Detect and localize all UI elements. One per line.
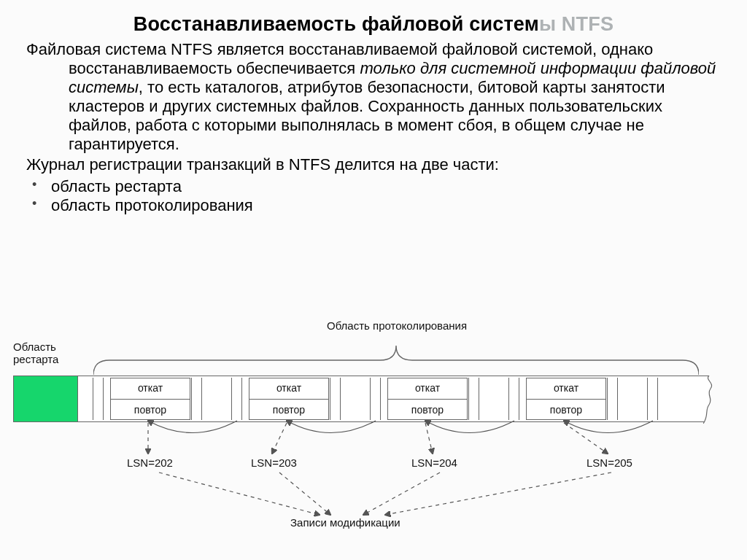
restart-l1: Область [13, 341, 56, 353]
log-diagram: Область протоколирования Область рестарт… [13, 299, 734, 547]
undo-cell: откат [249, 382, 328, 394]
lsn-label: LSN=204 [411, 456, 457, 469]
bullet-list: область рестарта область протоколировани… [26, 177, 721, 215]
lsn-label: LSN=202 [127, 456, 173, 469]
lsn-label: LSN=203 [251, 456, 297, 469]
list-item: область рестарта [26, 177, 721, 196]
undo-cell: откат [527, 382, 605, 394]
redo-cell: повтор [249, 404, 328, 416]
lsn-label: LSN=205 [587, 456, 632, 469]
log-strip: откат повтор откат повтор [13, 376, 713, 422]
modification-records-label: Записи модификации [290, 516, 400, 529]
protocol-area-label: Область протоколирования [327, 319, 467, 332]
slide-title: Восстанавливаемость файловой системы NTF… [26, 13, 721, 36]
redo-cell: повтор [527, 404, 605, 416]
undo-cell: откат [388, 382, 467, 394]
para1-b: , то есть каталогов, атрибутов безопасно… [69, 78, 665, 153]
arrow-layer [13, 299, 734, 547]
paragraph-2: Журнал регистрации транзакций в NTFS дел… [26, 155, 721, 174]
restart-l2: рестарта [13, 353, 58, 365]
redo-cell: повтор [111, 404, 190, 416]
title-grey: ы NTFS [539, 13, 614, 35]
paragraph-1: Файловая система NTFS является восстанав… [26, 40, 721, 154]
redo-cell: повтор [388, 404, 467, 416]
restart-area-label: Область рестарта [13, 341, 58, 365]
brace-icon [93, 334, 699, 375]
undo-cell: откат [111, 382, 190, 394]
list-item: область протоколирования [26, 196, 721, 215]
restart-area-box [14, 376, 78, 421]
title-text: Восстанавливаемость файловой систем [133, 13, 539, 35]
